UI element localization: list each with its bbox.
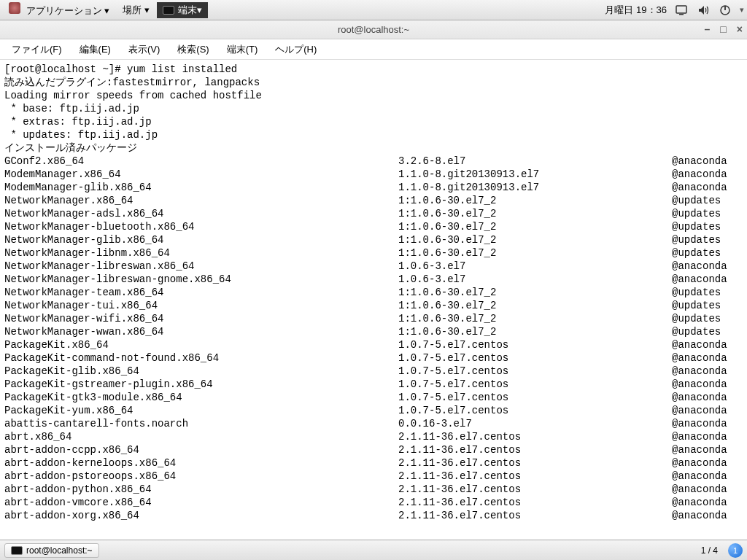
package-version: 2.1.11-36.el7.centos (398, 470, 672, 483)
package-version: 2.1.11-36.el7.centos (398, 483, 672, 496)
panel-chevron-icon[interactable]: ▾ (740, 5, 744, 15)
package-version: 1:1.0.6-30.el7_2 (398, 286, 672, 299)
notification-badge[interactable]: 1 (728, 543, 743, 558)
package-repo: @anaconda (672, 404, 743, 417)
package-name: NetworkManager-libnm.x86_64 (4, 246, 398, 260)
package-version: 2.1.11-36.el7.centos (398, 430, 672, 443)
package-row: NetworkManager-adsl.x86_641:1.0.6-30.el7… (4, 207, 743, 220)
package-row: abrt-addon-xorg.x86_642.1.11-36.el7.cent… (4, 509, 743, 522)
package-name: NetworkManager-libreswan.x86_64 (4, 260, 398, 273)
minimize-button[interactable]: – (705, 23, 711, 35)
package-row: NetworkManager-libreswan-gnome.x86_641.0… (4, 273, 743, 286)
package-name: NetworkManager-libreswan-gnome.x86_64 (4, 273, 398, 286)
package-version: 1:1.0.6-30.el7_2 (398, 325, 672, 338)
package-name: PackageKit-yum.x86_64 (4, 404, 398, 417)
terminal-icon (163, 6, 174, 15)
active-app-indicator[interactable]: 端末 ▾ (157, 2, 208, 18)
menubar: ファイル(F) 編集(E) 表示(V) 検索(S) 端末(T) ヘルプ(H) (0, 39, 747, 60)
package-name: NetworkManager-wwan.x86_64 (4, 325, 398, 338)
package-version: 1.0.7-5.el7.centos (398, 378, 672, 391)
package-row: abrt-addon-vmcore.x86_642.1.11-36.el7.ce… (4, 496, 743, 509)
package-repo: @updates (672, 207, 743, 220)
terminal-body[interactable]: [root@localhost ~]# yum list installed 読… (0, 60, 747, 540)
package-version: 1.0.7-5.el7.centos (398, 391, 672, 404)
apps-menu[interactable]: アプリケーション ▾ (3, 1, 115, 19)
package-repo: @anaconda (672, 456, 743, 470)
package-version: 2.1.11-36.el7.centos (398, 496, 672, 509)
window-titlebar[interactable]: root@localhost:~ – □ × (0, 20, 747, 39)
package-version: 2.1.11-36.el7.centos (398, 509, 672, 522)
package-version: 1:1.0.6-30.el7_2 (398, 299, 672, 312)
menu-file[interactable]: ファイル(F) (4, 41, 69, 58)
close-button[interactable]: × (737, 23, 743, 35)
package-repo: @anaconda (672, 378, 743, 391)
package-row: abrt-addon-pstoreoops.x86_642.1.11-36.el… (4, 470, 743, 483)
package-row: NetworkManager-tui.x86_641:1.0.6-30.el7_… (4, 299, 743, 312)
package-name: NetworkManager-adsl.x86_64 (4, 207, 398, 220)
package-version: 2.1.11-36.el7.centos (398, 443, 672, 456)
package-row: PackageKit-gtk3-module.x86_641.0.7-5.el7… (4, 391, 743, 404)
package-version: 2.1.11-36.el7.centos (398, 456, 672, 470)
package-name: NetworkManager-glib.x86_64 (4, 233, 398, 246)
package-row: PackageKit.x86_641.0.7-5.el7.centos@anac… (4, 338, 743, 351)
package-version: 1.0.7-5.el7.centos (398, 365, 672, 378)
package-repo: @anaconda (672, 483, 743, 496)
package-row: GConf2.x86_643.2.6-8.el7@anaconda (4, 155, 743, 168)
package-row: NetworkManager-bluetooth.x86_641:1.0.6-3… (4, 220, 743, 233)
clock-label[interactable]: 月曜日 19：36 (605, 4, 667, 17)
package-version: 1.0.6-3.el7 (398, 260, 672, 273)
package-name: abrt-addon-xorg.x86_64 (4, 509, 398, 522)
bottom-panel: root@localhost:~ 1 / 4 1 (0, 540, 747, 560)
package-repo: @anaconda (672, 181, 743, 194)
taskbar-item-label: root@localhost:~ (26, 545, 93, 556)
package-row: NetworkManager.x86_641:1.0.6-30.el7_2@up… (4, 194, 743, 207)
package-row: NetworkManager-team.x86_641:1.0.6-30.el7… (4, 286, 743, 299)
package-row: abrt.x86_642.1.11-36.el7.centos@anaconda (4, 430, 743, 443)
package-repo: @updates (672, 286, 743, 299)
package-name: PackageKit-glib.x86_64 (4, 365, 398, 378)
taskbar-item-terminal[interactable]: root@localhost:~ (4, 543, 99, 558)
package-row: abrt-addon-kerneloops.x86_642.1.11-36.el… (4, 456, 743, 470)
terminal-preamble: [root@localhost ~]# yum list installed 読… (4, 63, 743, 155)
workspace-indicator[interactable]: 1 / 4 (697, 544, 722, 557)
package-repo: @anaconda (672, 351, 743, 365)
package-row: abattis-cantarell-fonts.noarch0.0.16-3.e… (4, 417, 743, 430)
svg-rect-0 (676, 6, 686, 13)
menu-help[interactable]: ヘルプ(H) (268, 41, 324, 58)
package-repo: @updates (672, 233, 743, 246)
terminal-window: root@localhost:~ – □ × ファイル(F) 編集(E) 表示(… (0, 20, 747, 540)
menu-view[interactable]: 表示(V) (121, 41, 167, 58)
package-repo: @anaconda (672, 155, 743, 168)
package-name: PackageKit.x86_64 (4, 338, 398, 351)
svg-rect-1 (679, 14, 684, 15)
package-repo: @anaconda (672, 417, 743, 430)
package-repo: @updates (672, 220, 743, 233)
terminal-icon (11, 546, 23, 555)
package-row: NetworkManager-libnm.x86_641:1.0.6-30.el… (4, 246, 743, 260)
places-menu[interactable]: 場所 ▾ (117, 2, 155, 18)
screen-icon[interactable] (674, 3, 689, 18)
package-row: PackageKit-command-not-found.x86_641.0.7… (4, 351, 743, 365)
window-title: root@localhost:~ (338, 24, 409, 35)
package-name: abrt-addon-pstoreoops.x86_64 (4, 470, 398, 483)
package-version: 1:1.0.6-30.el7_2 (398, 233, 672, 246)
package-row: NetworkManager-wwan.x86_641:1.0.6-30.el7… (4, 325, 743, 338)
package-repo: @anaconda (672, 470, 743, 483)
package-row: PackageKit-glib.x86_641.0.7-5.el7.centos… (4, 365, 743, 378)
package-repo: @anaconda (672, 168, 743, 181)
menu-terminal[interactable]: 端末(T) (220, 41, 266, 58)
package-version: 0.0.16-3.el7 (398, 417, 672, 430)
package-repo: @updates (672, 299, 743, 312)
package-version: 1:1.0.6-30.el7_2 (398, 220, 672, 233)
package-repo: @anaconda (672, 430, 743, 443)
package-name: NetworkManager.x86_64 (4, 194, 398, 207)
power-icon[interactable] (718, 3, 732, 18)
volume-icon[interactable] (696, 3, 711, 18)
menu-edit[interactable]: 編集(E) (72, 41, 118, 58)
package-name: abrt-addon-vmcore.x86_64 (4, 496, 398, 509)
package-name: NetworkManager-tui.x86_64 (4, 299, 398, 312)
menu-search[interactable]: 検索(S) (170, 41, 216, 58)
package-row: ModemManager.x86_641.1.0-8.git20130913.e… (4, 168, 743, 181)
package-name: abattis-cantarell-fonts.noarch (4, 417, 398, 430)
maximize-button[interactable]: □ (720, 23, 726, 35)
